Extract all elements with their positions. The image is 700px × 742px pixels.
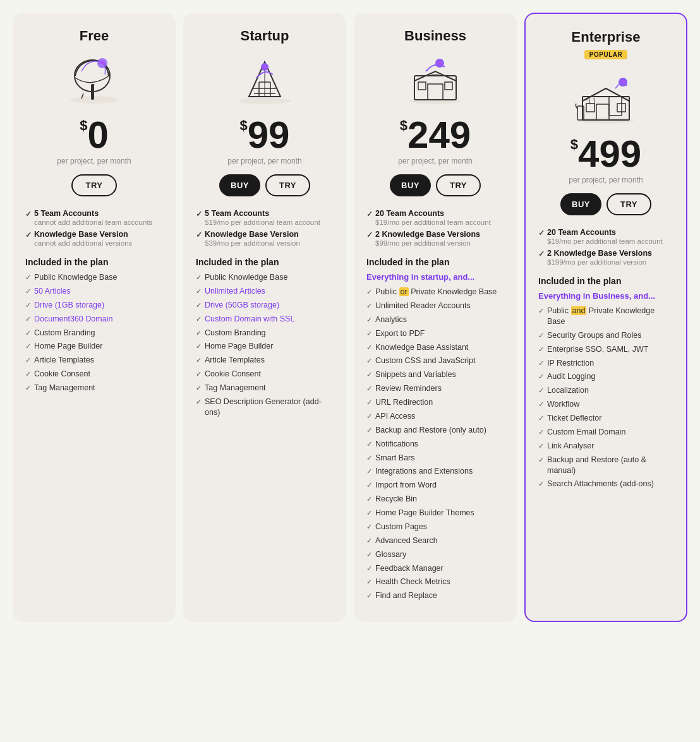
feature-item: ✓ Drive (1GB storage) [25, 300, 163, 311]
feature-text: API Access [375, 411, 415, 422]
feature-text: Analytics [375, 314, 407, 325]
feature-check-icon: ✓ [196, 301, 202, 310]
feature-item: ✓ Unlimited Reader Accounts [366, 301, 504, 311]
section-title-free: Included in the plan [25, 257, 163, 267]
meta-title: ✓ Knowledge Base Version [196, 230, 334, 239]
meta-item-startup-0: ✓ 5 Team Accounts $19/mo per additional … [196, 209, 334, 226]
feature-list-enterprise: ✓ Public and Private Knowledge Base ✓ Se… [538, 306, 673, 489]
feature-check-icon: ✓ [366, 356, 372, 366]
feature-item: ✓ Public Knowledge Base [25, 272, 163, 283]
plan-meta-startup: ✓ 5 Team Accounts $19/mo per additional … [196, 209, 334, 247]
plan-name-business: Business [366, 28, 504, 44]
feature-text: Article Templates [34, 355, 94, 366]
meta-item-free-1: ✓ Knowledge Base Version cannot add addi… [25, 230, 163, 247]
feature-text: Security Groups and Roles [547, 330, 641, 341]
svg-rect-11 [428, 84, 443, 100]
buy-button-enterprise[interactable]: BUY [560, 193, 601, 215]
price-amount: 99 [248, 114, 290, 156]
feature-check-icon: ✓ [538, 306, 544, 316]
meta-title: ✓ 2 Knowledge Base Versions [538, 249, 673, 258]
meta-sub: $19/mo per additional team account [538, 237, 673, 245]
svg-line-23 [594, 98, 594, 104]
buy-button-startup[interactable]: BUY [219, 174, 260, 196]
feature-text: Article Templates [205, 355, 265, 366]
feature-check-icon: ✓ [25, 314, 31, 324]
feature-text: Custom Branding [205, 328, 266, 338]
meta-item-startup-1: ✓ Knowledge Base Version $39/mo per addi… [196, 230, 334, 247]
highlight-or: or [399, 287, 409, 296]
feature-text: Review Reminders [375, 383, 442, 394]
feature-check-icon: ✓ [366, 370, 372, 380]
feature-item: ✓ Recycle Bin [366, 494, 504, 505]
buy-button-business[interactable]: BUY [390, 174, 431, 196]
feature-list-startup: ✓ Public Knowledge Base ✓ Unlimited Arti… [196, 272, 334, 418]
feature-text: Knowledge Base Assistant [375, 342, 468, 353]
try-button-startup[interactable]: TRY [265, 174, 310, 196]
feature-item: ✓ Drive (50GB storage) [196, 300, 334, 311]
feature-text: Drive (50GB storage) [205, 300, 279, 311]
feature-check-icon: ✓ [366, 564, 372, 573]
feature-text: Tag Management [205, 383, 266, 393]
feature-check-icon: ✓ [366, 412, 372, 421]
feature-item: ✓ Glossary [366, 549, 504, 560]
meta-sub: $39/mo per additional version [196, 239, 334, 247]
meta-sub: $99/mo per additional version [366, 239, 504, 247]
check-icon: ✓ [25, 230, 32, 239]
price-row-business: $249 [366, 116, 504, 154]
feature-check-icon: ✓ [538, 345, 544, 354]
feature-check-icon: ✓ [366, 301, 372, 311]
meta-item-enterprise-1: ✓ 2 Knowledge Base Versions $199/mo per … [538, 249, 673, 266]
feature-item: ✓ Custom Domain with SSL [196, 314, 334, 325]
feature-text: Cookie Consent [205, 369, 261, 380]
feature-check-icon: ✓ [25, 328, 31, 338]
feature-item: ✓ Custom Pages [366, 522, 504, 532]
price-row-free: $0 [25, 116, 163, 154]
check-icon: ✓ [538, 249, 545, 258]
feature-check-icon: ✓ [538, 359, 544, 368]
feature-check-icon: ✓ [366, 398, 372, 407]
feature-check-icon: ✓ [196, 314, 202, 324]
feature-check-icon: ✓ [25, 342, 31, 351]
feature-text: Audit Logging [547, 371, 595, 382]
svg-rect-18 [586, 104, 594, 112]
try-button-business[interactable]: TRY [436, 174, 481, 196]
feature-item: ✓ Tag Management [25, 383, 163, 393]
feature-text: Snippets and Variables [375, 369, 456, 380]
feature-item: ✓ Review Reminders [366, 383, 504, 394]
feature-item: ✓ Custom CSS and JavaScript [366, 356, 504, 366]
price-symbol: $ [80, 117, 87, 133]
feature-text: Health Check Metrics [375, 577, 450, 587]
feature-check-icon: ✓ [25, 301, 31, 310]
feature-item: ✓ Health Check Metrics [366, 577, 504, 587]
feature-check-icon: ✓ [25, 273, 31, 282]
feature-text: Public Knowledge Base [34, 272, 117, 283]
plan-meta-free: ✓ 5 Team Accounts cannot add additional … [25, 209, 163, 247]
plan-card-enterprise: EnterprisePOPULAR $499 per project, per … [524, 13, 687, 622]
price-symbol: $ [400, 117, 407, 133]
svg-point-6 [238, 98, 291, 104]
feature-list-free: ✓ Public Knowledge Base ✓ 50 Articles ✓ … [25, 272, 163, 393]
section-title-enterprise: Included in the plan [538, 276, 673, 286]
feature-check-icon: ✓ [538, 441, 544, 451]
feature-check-icon: ✓ [196, 342, 202, 351]
feature-item: ✓ API Access [366, 411, 504, 422]
feature-check-icon: ✓ [366, 453, 372, 463]
meta-title: ✓ 5 Team Accounts [196, 209, 334, 218]
feature-item: ✓ SEO Description Generator (add-ons) [196, 397, 334, 418]
feature-item: ✓ Unlimited Articles [196, 286, 334, 297]
meta-title: ✓ 20 Team Accounts [366, 209, 504, 218]
feature-text: Home Page Builder [205, 341, 273, 352]
feature-item: ✓ Advanced Search [366, 536, 504, 546]
feature-item: ✓ Document360 Domain [25, 314, 163, 325]
feature-check-icon: ✓ [25, 356, 31, 365]
try-button-enterprise[interactable]: TRY [606, 193, 651, 215]
feature-item: ✓ Audit Logging [538, 371, 673, 382]
plan-header-startup: Startup [196, 28, 334, 106]
check-icon: ✓ [366, 230, 373, 239]
feature-check-icon: ✓ [196, 356, 202, 365]
try-button-free[interactable]: TRY [71, 174, 116, 196]
everything-label-business: Everything in startup, and... [366, 272, 504, 282]
feature-item: ✓ Public Knowledge Base [196, 272, 334, 283]
svg-rect-20 [609, 97, 622, 116]
price-symbol: $ [240, 117, 248, 133]
